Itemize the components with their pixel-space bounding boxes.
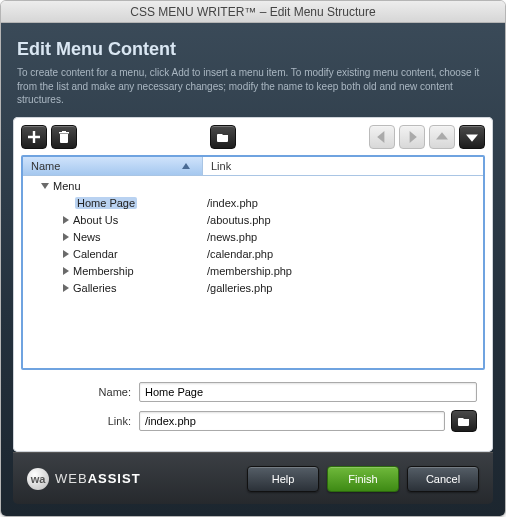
- move-up-button: [429, 125, 455, 149]
- page-title: Edit Menu Content: [17, 39, 493, 60]
- cancel-button[interactable]: Cancel: [407, 466, 479, 492]
- row-name-label: Home Page: [75, 197, 137, 209]
- row-link-label: /membership.php: [203, 265, 483, 277]
- cell-name: Galleries: [23, 282, 203, 294]
- row-link-label: /calendar.php: [203, 248, 483, 260]
- table-row[interactable]: News/news.php: [23, 229, 483, 246]
- footer-buttons: Help Finish Cancel: [247, 466, 479, 492]
- table-row[interactable]: About Us/aboutus.php: [23, 212, 483, 229]
- cell-name: Membership: [23, 265, 203, 277]
- content-area: Edit Menu Content To create content for …: [1, 23, 505, 516]
- link-row: Link:: [29, 410, 477, 432]
- cell-name: Calendar: [23, 248, 203, 260]
- link-input[interactable]: [139, 411, 445, 431]
- delete-button[interactable]: [51, 125, 77, 149]
- column-header-link[interactable]: Link: [203, 157, 483, 175]
- row-name-label: News: [73, 231, 101, 243]
- table-row[interactable]: Calendar/calendar.php: [23, 246, 483, 263]
- disclosure-open-icon[interactable]: [41, 183, 49, 189]
- cell-name: Home Page: [23, 197, 203, 209]
- row-name-label: About Us: [73, 214, 118, 226]
- row-link-label: /galleries.php: [203, 282, 483, 294]
- row-name-label: Membership: [73, 265, 134, 277]
- disclosure-closed-icon[interactable]: [63, 284, 69, 292]
- name-input[interactable]: [139, 382, 477, 402]
- row-link-label: /index.php: [203, 197, 483, 209]
- link-label: Link:: [29, 415, 139, 427]
- brand-logo-icon: wa: [27, 468, 49, 490]
- disclosure-closed-icon[interactable]: [63, 250, 69, 258]
- table-row[interactable]: Galleries/galleries.php: [23, 280, 483, 297]
- browse-link-button[interactable]: [451, 410, 477, 432]
- row-link-label: /aboutus.php: [203, 214, 483, 226]
- brand-logo: wa WEBASSIST: [27, 468, 141, 490]
- column-header-name[interactable]: Name: [23, 157, 203, 175]
- brand-thin: WEB: [55, 471, 88, 486]
- sort-ascending-icon: [182, 163, 190, 169]
- main-panel: Name Link MenuHome Page/index.phpAbout U…: [13, 117, 493, 453]
- name-label: Name:: [29, 386, 139, 398]
- finish-button[interactable]: Finish: [327, 466, 399, 492]
- cell-name: Menu: [23, 180, 203, 192]
- disclosure-closed-icon[interactable]: [63, 233, 69, 241]
- form-area: Name: Link:: [21, 370, 485, 444]
- disclosure-closed-icon[interactable]: [63, 216, 69, 224]
- disclosure-closed-icon[interactable]: [63, 267, 69, 275]
- menu-tree-table: Name Link MenuHome Page/index.phpAbout U…: [21, 155, 485, 371]
- table-row[interactable]: Menu: [23, 178, 483, 195]
- window-title: CSS MENU WRITER™ – Edit Menu Structure: [1, 1, 505, 23]
- brand-logo-text: WEBASSIST: [55, 471, 141, 486]
- add-button[interactable]: [21, 125, 47, 149]
- footer-bar: wa WEBASSIST Help Finish Cancel: [13, 452, 493, 504]
- help-button[interactable]: Help: [247, 466, 319, 492]
- row-name-label: Menu: [53, 180, 81, 192]
- cell-name: About Us: [23, 214, 203, 226]
- column-name-label: Name: [31, 160, 60, 172]
- disclosure-none-icon: [63, 199, 71, 207]
- table-body[interactable]: MenuHome Page/index.phpAbout Us/aboutus.…: [23, 176, 483, 369]
- dialog-window: CSS MENU WRITER™ – Edit Menu Structure E…: [0, 0, 506, 517]
- toolbar: [21, 125, 485, 149]
- row-link-label: /news.php: [203, 231, 483, 243]
- move-left-button: [369, 125, 395, 149]
- table-header: Name Link: [23, 157, 483, 176]
- table-row[interactable]: Home Page/index.php: [23, 195, 483, 212]
- import-button[interactable]: [210, 125, 236, 149]
- row-name-label: Galleries: [73, 282, 116, 294]
- column-link-label: Link: [211, 160, 231, 172]
- page-description: To create content for a menu, click Add …: [17, 66, 489, 107]
- name-row: Name:: [29, 382, 477, 402]
- brand-bold: ASSIST: [88, 471, 141, 486]
- move-right-button: [399, 125, 425, 149]
- row-name-label: Calendar: [73, 248, 118, 260]
- table-row[interactable]: Membership/membership.php: [23, 263, 483, 280]
- move-down-button[interactable]: [459, 125, 485, 149]
- cell-name: News: [23, 231, 203, 243]
